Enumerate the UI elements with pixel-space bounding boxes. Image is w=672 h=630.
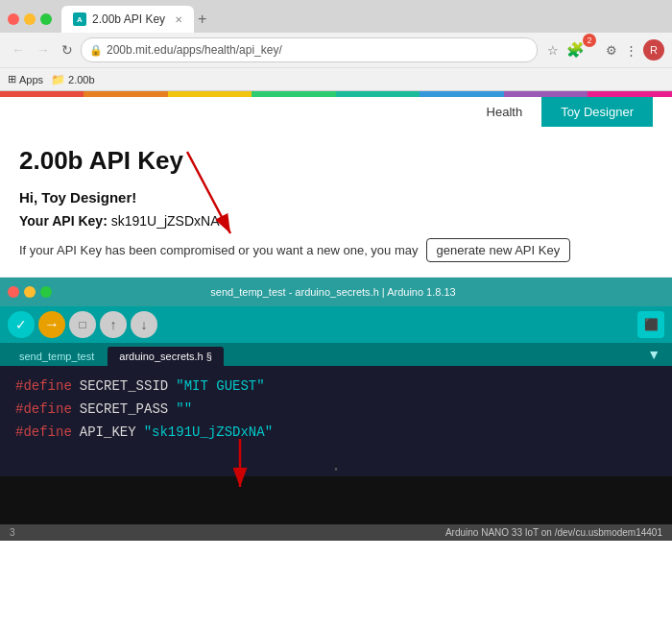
bookmark-200b[interactable]: 📁 2.00b bbox=[51, 73, 95, 86]
arduino-board-status: Arduino NANO 33 IoT on /dev/cu.usbmodem1… bbox=[445, 527, 662, 538]
address-bar[interactable]: 🔒 200b.mit.edu/apps/health/api_key/ bbox=[81, 37, 538, 62]
code-name-2: SECRET_PASS bbox=[80, 399, 168, 422]
code-line-1: #define SECRET_SSID "MIT GUEST" bbox=[15, 376, 657, 399]
nav-icons: ☆ 🧩 2 ⚙ ⋮ R bbox=[545, 39, 664, 61]
site-nav: Health Toy Designer bbox=[0, 97, 672, 127]
serial-monitor-btn[interactable]: ⬛ bbox=[637, 311, 664, 338]
back-btn[interactable]: ← bbox=[8, 40, 29, 60]
tab-favicon: A bbox=[73, 12, 86, 26]
generate-api-key-button[interactable]: generate new API Key bbox=[426, 238, 571, 262]
arduino-toolbar: ✓ → □ ↑ ↓ ⬛ bbox=[0, 306, 672, 343]
keyword-define-1: #define bbox=[15, 376, 72, 399]
keyword-define-2: #define bbox=[15, 399, 72, 422]
bookmark-apps-label: Apps bbox=[19, 74, 43, 85]
arduino-minimize-btn[interactable] bbox=[24, 286, 36, 298]
arduino-ide-window: send_temp_test - arduino_secrets.h | Ard… bbox=[0, 278, 672, 541]
nav-toy-designer[interactable]: Toy Designer bbox=[541, 97, 653, 127]
browser-chrome: A 2.00b API Key ✕ + ← → ↻ 🔒 200b.mit.edu… bbox=[0, 0, 672, 91]
page-title: 2.00b API Key bbox=[19, 146, 653, 176]
api-key-label: Your API Key: bbox=[19, 213, 108, 229]
api-key-display: Your API Key: sk191U_jZSDxNA bbox=[19, 213, 653, 229]
arduino-window-title: send_temp_test - arduino_secrets.h | Ard… bbox=[52, 286, 614, 298]
save-sketch-btn[interactable]: ↓ bbox=[131, 311, 157, 338]
tab-bar: A 2.00b API Key ✕ + bbox=[0, 0, 672, 33]
arduino-console bbox=[0, 476, 672, 524]
site-content: 2.00b API Key Hi, Toy Designer! Your API… bbox=[0, 127, 672, 277]
keyword-define-3: #define bbox=[15, 422, 72, 445]
greeting-text: Hi, Toy Designer! bbox=[19, 189, 653, 206]
profile-icon[interactable]: R bbox=[643, 39, 664, 61]
extension-badge: 2 bbox=[583, 34, 596, 47]
arduino-statusbar: 3 Arduino NANO 33 IoT on /dev/cu.usbmode… bbox=[0, 524, 672, 541]
close-window-btn[interactable] bbox=[8, 13, 19, 25]
arduino-tabs-dropdown-icon[interactable]: ▼ bbox=[643, 343, 664, 366]
arduino-tab-secrets[interactable]: arduino_secrets.h § bbox=[108, 347, 224, 366]
code-line-3: #define API_KEY "sk191U_jZSDxNA" bbox=[15, 422, 657, 445]
code-line-2: #define SECRET_PASS "" bbox=[15, 399, 657, 422]
menu-btn[interactable]: ⋮ bbox=[623, 41, 639, 60]
maximize-window-btn[interactable] bbox=[40, 13, 52, 25]
upload-btn[interactable]: → bbox=[38, 311, 65, 338]
arduino-maximize-btn[interactable] bbox=[40, 286, 52, 298]
code-name-1: SECRET_SSID bbox=[80, 376, 168, 399]
nav-health[interactable]: Health bbox=[468, 97, 542, 127]
code-value-2: "" bbox=[176, 399, 192, 422]
nav-bar: ← → ↻ 🔒 200b.mit.edu/apps/health/api_key… bbox=[0, 33, 672, 67]
api-key-value: sk191U_jZSDxNA bbox=[111, 213, 220, 229]
arduino-editor-tabs: send_temp_test arduino_secrets.h § ▼ bbox=[0, 343, 672, 366]
bookmark-star-btn[interactable]: ☆ bbox=[545, 41, 561, 60]
lock-icon: 🔒 bbox=[89, 44, 103, 57]
code-value-1: "MIT GUEST" bbox=[176, 376, 264, 399]
info-section: If your API Key has been compromised or … bbox=[19, 238, 653, 262]
minimize-window-btn[interactable] bbox=[24, 13, 36, 25]
window-controls bbox=[8, 13, 52, 25]
active-tab[interactable]: A 2.00b API Key ✕ bbox=[61, 6, 194, 33]
apps-grid-icon: ⊞ bbox=[8, 73, 16, 85]
code-value-3: "sk191U_jZSDxNA" bbox=[144, 422, 273, 445]
arduino-close-btn[interactable] bbox=[8, 286, 19, 298]
open-sketch-btn[interactable]: ↑ bbox=[100, 311, 127, 338]
code-name-3: API_KEY bbox=[80, 422, 136, 445]
website: Health Toy Designer 2.00b API Key Hi, To… bbox=[0, 91, 672, 278]
bookmark-apps[interactable]: ⊞ Apps bbox=[8, 73, 43, 85]
reload-btn[interactable]: ↻ bbox=[58, 40, 77, 60]
scroll-hint: • bbox=[0, 462, 672, 476]
tab-title: 2.00b API Key bbox=[92, 12, 165, 26]
arduino-tab-send-temp[interactable]: send_temp_test bbox=[8, 347, 106, 366]
forward-btn[interactable]: → bbox=[33, 40, 54, 60]
arduino-line-number: 3 bbox=[10, 527, 15, 538]
arduino-titlebar: send_temp_test - arduino_secrets.h | Ard… bbox=[0, 278, 672, 306]
info-text: If your API Key has been compromised or … bbox=[19, 243, 419, 257]
arduino-code-editor[interactable]: #define SECRET_SSID "MIT GUEST" #define … bbox=[0, 366, 672, 462]
new-tab-btn[interactable]: + bbox=[198, 11, 206, 28]
arduino-window-controls bbox=[8, 286, 52, 298]
verify-btn[interactable]: ✓ bbox=[8, 311, 35, 338]
new-sketch-btn[interactable]: □ bbox=[69, 311, 96, 338]
bookmark-bar: ⊞ Apps 📁 2.00b bbox=[0, 67, 672, 90]
bookmark-200b-label: 2.00b bbox=[68, 74, 95, 85]
folder-icon: 📁 bbox=[51, 73, 65, 86]
tab-close-btn[interactable]: ✕ bbox=[175, 14, 182, 25]
puzzle-btn[interactable]: ⚙ bbox=[604, 41, 619, 60]
url-text: 200b.mit.edu/apps/health/api_key/ bbox=[107, 43, 282, 57]
